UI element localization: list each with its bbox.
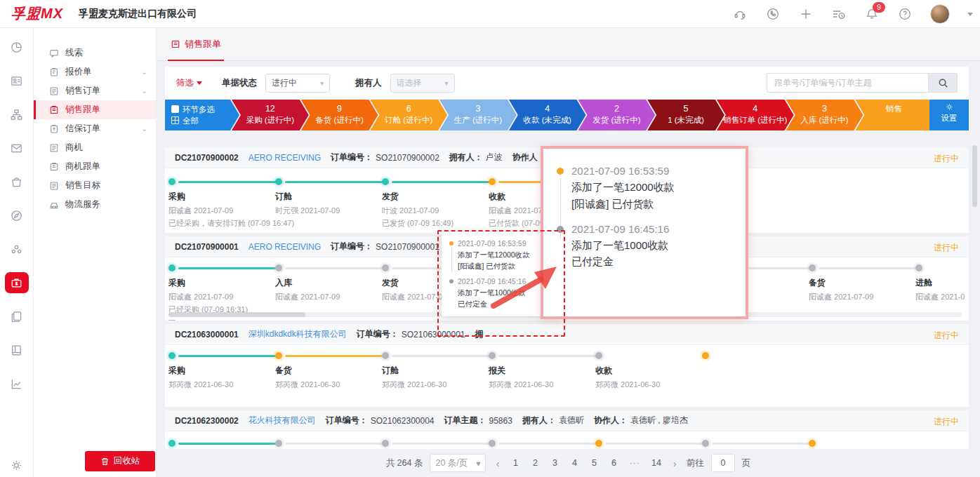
stage-dot bbox=[809, 440, 816, 447]
sales-follow-icon[interactable] bbox=[5, 272, 29, 293]
pipeline-stage-booking[interactable]: 6订舱 (进行中) bbox=[370, 100, 447, 130]
customer-link[interactable]: AERO RECEIVING bbox=[249, 153, 321, 163]
order-timeline: 采购郑芮微 2021-06-30 备货郑芮微 2021-06-30 订舱郑芮微 … bbox=[168, 352, 969, 407]
help-icon[interactable] bbox=[897, 6, 913, 22]
sidebar-item-quotation[interactable]: 报价单 ⌄ bbox=[34, 62, 156, 81]
customer-service-icon[interactable] bbox=[732, 6, 748, 22]
sidebar-item-leads[interactable]: 线索 bbox=[34, 43, 156, 62]
documents-icon[interactable] bbox=[5, 306, 29, 327]
page-number[interactable]: 4 bbox=[568, 457, 581, 469]
team-icon[interactable] bbox=[5, 238, 29, 260]
stage-dot bbox=[382, 352, 389, 359]
goto-label: 前往 bbox=[687, 457, 704, 469]
page-number[interactable]: 3 bbox=[548, 457, 561, 469]
customer-link[interactable]: 深圳kdkdkdk科技有限公司 bbox=[249, 328, 347, 340]
goto-page-input[interactable] bbox=[711, 454, 735, 472]
sidebar-item-opportunity-follow[interactable]: 商机跟单 bbox=[34, 157, 156, 176]
history-icon[interactable] bbox=[831, 6, 847, 22]
page-number[interactable]: 6 bbox=[607, 457, 620, 469]
chevron-down-icon: ▾ bbox=[320, 79, 324, 87]
settings-gear-icon[interactable] bbox=[5, 455, 29, 476]
dashboard-icon[interactable] bbox=[5, 36, 29, 58]
knowledge-book-icon[interactable] bbox=[5, 340, 29, 361]
stage-dot bbox=[595, 440, 602, 447]
activity-popup-magnified: 2021-07-09 16:53:59 添加了一笔12000收款 [阳诚鑫] 已… bbox=[541, 146, 748, 319]
expand-stage-chevron[interactable] bbox=[168, 320, 176, 321]
chevron-down-icon[interactable]: ⌄ bbox=[142, 68, 147, 76]
stage-dot bbox=[809, 264, 816, 271]
chevron-down-icon[interactable]: ⌄ bbox=[142, 87, 147, 95]
phone-icon[interactable] bbox=[765, 6, 781, 22]
prev-page-button[interactable]: ‹ bbox=[493, 457, 502, 469]
customer-link[interactable]: AERO RECEIVING bbox=[249, 242, 321, 252]
horizontal-scrollbar-thumb[interactable] bbox=[168, 312, 305, 317]
stage-dot bbox=[168, 178, 176, 185]
order-id: DC21070900002 bbox=[175, 153, 239, 163]
page-size-select[interactable]: 20 条/页▾ bbox=[430, 454, 486, 472]
pipeline-settings-button[interactable]: 设置 bbox=[929, 100, 969, 130]
user-avatar[interactable] bbox=[930, 4, 950, 24]
app-window: 孚盟MX 孚盟麦克斯进出口有限公司 9 bbox=[0, 0, 980, 477]
contacts-icon[interactable] bbox=[5, 70, 29, 91]
stage-dot bbox=[489, 178, 496, 185]
pipeline-stage-purchase[interactable]: 12采购 (进行中) bbox=[232, 100, 309, 130]
filter-toggle[interactable]: 筛选 bbox=[176, 77, 202, 89]
pipeline-stage-shipping[interactable]: 2发货 (进行中) bbox=[578, 100, 656, 130]
stage-dot bbox=[489, 440, 496, 447]
next-page-button[interactable]: › bbox=[670, 457, 680, 469]
notification-bell-icon[interactable]: 9 bbox=[864, 6, 880, 22]
page-number[interactable]: 1 bbox=[509, 457, 522, 469]
mail-icon[interactable] bbox=[5, 137, 29, 159]
page-number[interactable]: 14 bbox=[649, 457, 663, 469]
sidebar-item-sales-order[interactable]: 销售订单 ⌄ bbox=[34, 81, 156, 100]
order-no-link[interactable]: SO21070900001 bbox=[376, 242, 439, 252]
reports-chart-icon[interactable] bbox=[5, 373, 29, 394]
pipeline-stage-production[interactable]: 3生产 (进行中) bbox=[439, 100, 517, 130]
chevron-down-icon[interactable]: ⌄ bbox=[142, 125, 147, 133]
pipeline-all-segment[interactable]: 环节多选 全部 bbox=[165, 100, 239, 130]
account-caret-icon[interactable] bbox=[967, 13, 973, 19]
sidebar-item-sales-follow[interactable]: 销售跟单 bbox=[34, 100, 156, 119]
order-topic-link[interactable]: 95863 bbox=[489, 416, 512, 426]
icon-rail bbox=[0, 28, 34, 477]
status-badge: 进行中 bbox=[934, 416, 959, 428]
search-button[interactable] bbox=[928, 73, 958, 93]
page-number[interactable]: 2 bbox=[529, 457, 541, 469]
pipeline-stage-warehousing[interactable]: 3入库 (进行中) bbox=[786, 100, 863, 130]
pipeline-funnel: 环节多选 全部 12采购 (进行中) 9备货 (进行中) 6订舱 (进行中) 3… bbox=[165, 100, 969, 130]
sidebar-item-credit-order[interactable]: 信保订单 ⌄ bbox=[34, 119, 156, 138]
tab-strip: 销售跟单 bbox=[157, 28, 980, 61]
sidebar-item-sales-target[interactable]: 销售目标 bbox=[34, 176, 156, 195]
order-no-link[interactable]: SO21070900002 bbox=[376, 153, 439, 163]
org-structure-icon[interactable] bbox=[5, 104, 29, 125]
discover-compass-icon[interactable] bbox=[5, 205, 29, 226]
status-select[interactable]: 进行中▾ bbox=[265, 74, 330, 93]
search-input[interactable] bbox=[767, 73, 928, 93]
multi-select-checkbox[interactable] bbox=[171, 105, 179, 113]
order-no-link[interactable]: SO21062300004 bbox=[371, 416, 435, 426]
status-badge: 进行中 bbox=[934, 242, 959, 254]
stage-dot bbox=[275, 178, 282, 185]
chevron-down-icon: ▾ bbox=[476, 458, 480, 469]
pipeline-stage-stocking[interactable]: 9备货 (进行中) bbox=[301, 100, 378, 130]
sidebar-item-opportunity[interactable]: 商机 bbox=[34, 138, 156, 157]
pagination-bar: 共 264 条 20 条/页▾ ‹ 1 2 3 4 5 6 ··· 14 › 前… bbox=[157, 449, 980, 477]
tab-sales-follow[interactable]: 销售跟单 bbox=[168, 28, 224, 61]
vertical-scrollbar-thumb[interactable] bbox=[972, 145, 977, 207]
pipeline-stage-collection[interactable]: 4收款 (未完成) bbox=[509, 100, 586, 130]
pipeline-stage-sales-order[interactable]: 4销售订单 (进行中) bbox=[717, 100, 794, 130]
stage-dot bbox=[168, 440, 176, 447]
recycle-bin-button[interactable]: 回收站 bbox=[85, 451, 155, 471]
order-no-link[interactable]: SO21063000001 bbox=[402, 330, 465, 340]
stage-dot bbox=[382, 178, 389, 185]
timeline-stage: 订舱时元强 2021-07-09 bbox=[275, 178, 382, 233]
sidebar-item-logistics[interactable]: 物流服务 bbox=[34, 195, 156, 214]
products-bag-icon[interactable] bbox=[5, 171, 29, 192]
pipeline-stage-uncomplete[interactable]: 51 (未完成) bbox=[647, 100, 724, 130]
add-icon[interactable] bbox=[798, 6, 814, 22]
page-number[interactable]: 5 bbox=[588, 457, 600, 469]
owner-select[interactable]: 请选择▾ bbox=[390, 74, 455, 93]
brand-logo: 孚盟MX bbox=[11, 4, 63, 23]
page-ellipsis[interactable]: ··· bbox=[627, 457, 642, 469]
customer-link[interactable]: 花火科技有限公司 bbox=[249, 415, 316, 426]
